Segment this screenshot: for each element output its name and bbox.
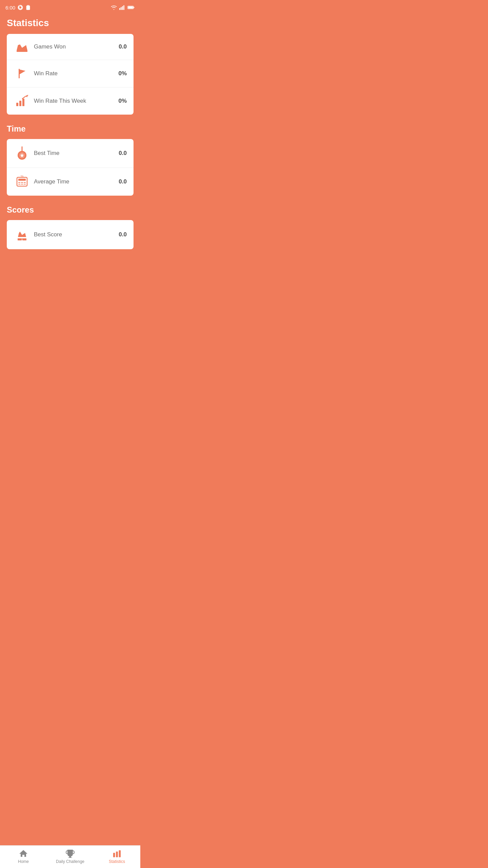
svg-rect-5 <box>28 5 29 6</box>
status-left: 6:00 <box>5 4 31 11</box>
content-area: Games Won 0.0 Win Rate 0% <box>0 34 140 298</box>
svg-rect-28 <box>21 182 23 183</box>
status-right <box>110 5 135 10</box>
svg-rect-30 <box>18 184 20 184</box>
svg-marker-13 <box>17 44 27 51</box>
trophy-crown-icon: 1 <box>14 228 30 242</box>
svg-rect-26 <box>18 179 26 181</box>
win-rate-value: 0% <box>113 70 127 77</box>
games-won-label: Games Won <box>30 43 113 50</box>
scores-section-header: Scores <box>0 204 140 220</box>
average-time-value: 0.0 <box>113 178 127 185</box>
games-won-row: Games Won 0.0 <box>7 34 134 60</box>
chart-up-icon <box>14 95 30 107</box>
best-score-value: 0.0 <box>113 231 127 238</box>
wifi-icon <box>110 5 117 10</box>
svg-rect-3 <box>26 6 30 10</box>
svg-rect-29 <box>24 182 26 183</box>
best-score-row: 1 Best Score 0.0 <box>7 220 134 249</box>
svg-rect-18 <box>19 101 21 106</box>
page-title: Statistics <box>0 14 140 34</box>
svg-rect-19 <box>22 99 24 106</box>
win-rate-week-value: 0% <box>113 98 127 104</box>
best-time-label: Best Time <box>30 150 113 157</box>
svg-rect-9 <box>123 5 124 10</box>
best-time-value: 0.0 <box>113 150 127 157</box>
win-rate-week-label: Win Rate This Week <box>30 98 113 104</box>
svg-text:1: 1 <box>21 238 23 241</box>
flag-icon <box>14 67 30 80</box>
win-rate-label: Win Rate <box>30 70 113 77</box>
time-section-header: Time <box>0 123 140 139</box>
status-bar: 6:00 <box>0 0 140 14</box>
svg-rect-32 <box>24 184 26 184</box>
svg-rect-12 <box>128 6 133 8</box>
svg-marker-16 <box>20 70 25 74</box>
average-time-label: Average Time <box>30 178 113 185</box>
svg-rect-17 <box>16 103 18 106</box>
average-time-row: % Average Time 0.0 <box>7 168 134 196</box>
signal-icon <box>119 5 125 10</box>
svg-rect-11 <box>134 7 135 8</box>
scores-card: 1 Best Score 0.0 <box>7 220 134 249</box>
status-time: 6:00 <box>5 5 15 11</box>
svg-text:%: % <box>21 175 24 178</box>
svg-rect-27 <box>18 182 20 183</box>
battery-icon <box>127 5 135 10</box>
svg-rect-7 <box>121 7 122 10</box>
statistics-card: Games Won 0.0 Win Rate 0% <box>7 34 134 115</box>
time-card: Best Time 0.0 % Average Time <box>7 139 134 196</box>
best-time-row: Best Time 0.0 <box>7 139 134 168</box>
svg-marker-36 <box>18 232 26 237</box>
calc-icon: % <box>14 175 30 188</box>
svg-rect-2 <box>20 5 20 7</box>
games-won-value: 0.0 <box>113 43 127 50</box>
svg-rect-15 <box>19 69 20 78</box>
crown-icon <box>14 41 30 52</box>
svg-rect-25 <box>17 177 27 186</box>
best-score-label: Best Score <box>30 231 113 238</box>
svg-rect-8 <box>122 6 123 10</box>
medal-icon <box>14 146 30 160</box>
svg-rect-4 <box>27 5 28 6</box>
sd-card-icon <box>25 4 31 11</box>
win-rate-row: Win Rate 0% <box>7 60 134 87</box>
svg-rect-31 <box>21 184 23 184</box>
media-icon <box>17 4 23 11</box>
svg-rect-14 <box>17 51 27 52</box>
win-rate-week-row: Win Rate This Week 0% <box>7 87 134 115</box>
svg-rect-6 <box>119 8 120 10</box>
